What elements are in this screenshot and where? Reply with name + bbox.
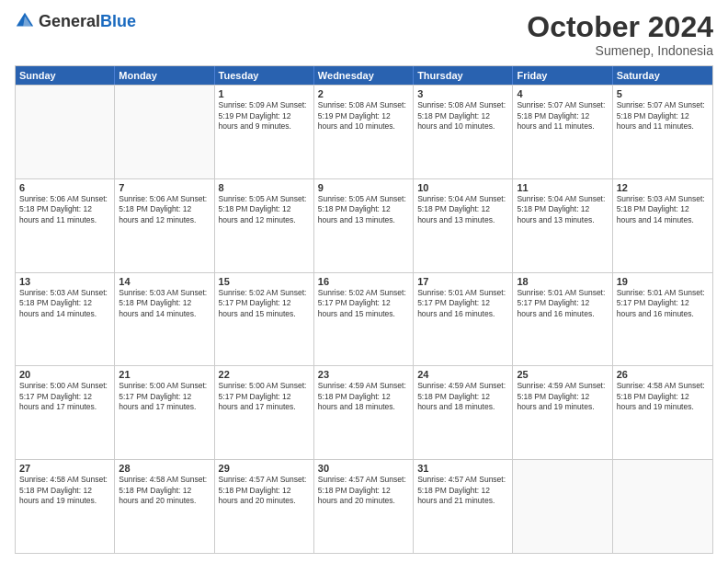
day-info: Sunrise: 4:58 AM Sunset: 5:18 PM Dayligh… bbox=[19, 475, 110, 506]
day-info: Sunrise: 4:59 AM Sunset: 5:18 PM Dayligh… bbox=[318, 381, 409, 412]
day-number: 10 bbox=[417, 182, 508, 193]
title-block: October 2024 Sumenep, Indonesia bbox=[527, 11, 713, 58]
calendar-cell: 9Sunrise: 5:05 AM Sunset: 5:18 PM Daylig… bbox=[314, 179, 414, 272]
calendar-cell: 19Sunrise: 5:01 AM Sunset: 5:17 PM Dayli… bbox=[613, 273, 712, 366]
calendar-cell: 12Sunrise: 5:03 AM Sunset: 5:18 PM Dayli… bbox=[613, 179, 712, 272]
day-info: Sunrise: 5:02 AM Sunset: 5:17 PM Dayligh… bbox=[318, 288, 409, 319]
calendar-cell: 26Sunrise: 4:58 AM Sunset: 5:18 PM Dayli… bbox=[613, 366, 712, 459]
calendar-cell: 4Sunrise: 5:07 AM Sunset: 5:18 PM Daylig… bbox=[513, 86, 612, 178]
day-number: 5 bbox=[617, 88, 709, 99]
calendar-cell: 3Sunrise: 5:08 AM Sunset: 5:18 PM Daylig… bbox=[414, 86, 513, 178]
header-cell-saturday: Saturday bbox=[613, 66, 712, 85]
day-number: 30 bbox=[318, 463, 409, 474]
logo: GeneralBlue bbox=[15, 11, 136, 31]
day-info: Sunrise: 4:58 AM Sunset: 5:18 PM Dayligh… bbox=[617, 381, 709, 412]
day-number: 26 bbox=[617, 369, 709, 380]
day-info: Sunrise: 4:57 AM Sunset: 5:18 PM Dayligh… bbox=[318, 475, 409, 506]
calendar-week-1: 6Sunrise: 5:06 AM Sunset: 5:18 PM Daylig… bbox=[16, 178, 712, 272]
calendar-cell: 25Sunrise: 4:59 AM Sunset: 5:18 PM Dayli… bbox=[513, 366, 612, 459]
header: GeneralBlue October 2024 Sumenep, Indone… bbox=[15, 11, 713, 58]
day-number: 14 bbox=[119, 276, 210, 287]
calendar-cell: 22Sunrise: 5:00 AM Sunset: 5:17 PM Dayli… bbox=[215, 366, 314, 459]
header-cell-monday: Monday bbox=[115, 66, 214, 85]
calendar-cell: 16Sunrise: 5:02 AM Sunset: 5:17 PM Dayli… bbox=[314, 273, 414, 366]
header-cell-wednesday: Wednesday bbox=[314, 66, 414, 85]
header-cell-friday: Friday bbox=[513, 66, 612, 85]
day-number: 20 bbox=[19, 369, 110, 380]
calendar-cell: 11Sunrise: 5:04 AM Sunset: 5:18 PM Dayli… bbox=[513, 179, 612, 272]
calendar-cell: 29Sunrise: 4:57 AM Sunset: 5:18 PM Dayli… bbox=[215, 460, 314, 553]
day-info: Sunrise: 5:04 AM Sunset: 5:18 PM Dayligh… bbox=[417, 194, 508, 225]
day-number: 22 bbox=[219, 369, 310, 380]
day-number: 28 bbox=[119, 463, 210, 474]
day-number: 12 bbox=[617, 182, 709, 193]
day-info: Sunrise: 4:59 AM Sunset: 5:18 PM Dayligh… bbox=[517, 381, 608, 412]
calendar-cell bbox=[115, 86, 214, 178]
day-info: Sunrise: 4:58 AM Sunset: 5:18 PM Dayligh… bbox=[119, 475, 210, 506]
day-info: Sunrise: 5:03 AM Sunset: 5:18 PM Dayligh… bbox=[19, 288, 110, 319]
day-info: Sunrise: 5:07 AM Sunset: 5:18 PM Dayligh… bbox=[517, 100, 608, 132]
day-number: 15 bbox=[219, 276, 310, 287]
day-number: 13 bbox=[19, 276, 110, 287]
day-number: 24 bbox=[417, 369, 508, 380]
day-info: Sunrise: 5:01 AM Sunset: 5:17 PM Dayligh… bbox=[517, 288, 608, 319]
calendar-week-4: 27Sunrise: 4:58 AM Sunset: 5:18 PM Dayli… bbox=[16, 459, 712, 553]
calendar-cell: 15Sunrise: 5:02 AM Sunset: 5:17 PM Dayli… bbox=[215, 273, 314, 366]
calendar-cell: 14Sunrise: 5:03 AM Sunset: 5:18 PM Dayli… bbox=[115, 273, 214, 366]
calendar-cell: 6Sunrise: 5:06 AM Sunset: 5:18 PM Daylig… bbox=[16, 179, 115, 272]
calendar-cell: 8Sunrise: 5:05 AM Sunset: 5:18 PM Daylig… bbox=[215, 179, 314, 272]
day-info: Sunrise: 5:02 AM Sunset: 5:17 PM Dayligh… bbox=[219, 288, 310, 319]
day-info: Sunrise: 5:08 AM Sunset: 5:19 PM Dayligh… bbox=[318, 100, 409, 132]
day-info: Sunrise: 5:06 AM Sunset: 5:18 PM Dayligh… bbox=[19, 194, 110, 225]
day-info: Sunrise: 5:07 AM Sunset: 5:18 PM Dayligh… bbox=[617, 100, 709, 132]
day-info: Sunrise: 5:01 AM Sunset: 5:17 PM Dayligh… bbox=[617, 288, 709, 319]
day-info: Sunrise: 5:09 AM Sunset: 5:19 PM Dayligh… bbox=[219, 100, 310, 132]
calendar-cell: 7Sunrise: 5:06 AM Sunset: 5:18 PM Daylig… bbox=[115, 179, 214, 272]
calendar-cell: 27Sunrise: 4:58 AM Sunset: 5:18 PM Dayli… bbox=[16, 460, 115, 553]
day-info: Sunrise: 5:00 AM Sunset: 5:17 PM Dayligh… bbox=[119, 381, 210, 412]
calendar-cell bbox=[513, 460, 612, 553]
day-number: 8 bbox=[219, 182, 310, 193]
day-number: 3 bbox=[417, 88, 508, 99]
day-info: Sunrise: 5:08 AM Sunset: 5:18 PM Dayligh… bbox=[417, 100, 508, 132]
logo-general: General bbox=[39, 12, 100, 30]
calendar-header-row: SundayMondayTuesdayWednesdayThursdayFrid… bbox=[16, 66, 712, 85]
day-number: 1 bbox=[219, 88, 310, 99]
calendar-cell bbox=[613, 460, 712, 553]
header-cell-sunday: Sunday bbox=[16, 66, 115, 85]
day-number: 2 bbox=[318, 88, 409, 99]
day-number: 27 bbox=[19, 463, 110, 474]
calendar-week-3: 20Sunrise: 5:00 AM Sunset: 5:17 PM Dayli… bbox=[16, 365, 712, 459]
day-number: 31 bbox=[417, 463, 508, 474]
calendar-cell: 18Sunrise: 5:01 AM Sunset: 5:17 PM Dayli… bbox=[513, 273, 612, 366]
header-cell-tuesday: Tuesday bbox=[215, 66, 314, 85]
logo-text: GeneralBlue bbox=[39, 12, 136, 31]
calendar-cell: 17Sunrise: 5:01 AM Sunset: 5:17 PM Dayli… bbox=[414, 273, 513, 366]
day-info: Sunrise: 5:03 AM Sunset: 5:18 PM Dayligh… bbox=[119, 288, 210, 319]
calendar-cell: 1Sunrise: 5:09 AM Sunset: 5:19 PM Daylig… bbox=[215, 86, 314, 178]
header-cell-thursday: Thursday bbox=[414, 66, 513, 85]
day-number: 25 bbox=[517, 369, 608, 380]
day-number: 6 bbox=[19, 182, 110, 193]
calendar-body: 1Sunrise: 5:09 AM Sunset: 5:19 PM Daylig… bbox=[16, 85, 712, 553]
day-info: Sunrise: 5:00 AM Sunset: 5:17 PM Dayligh… bbox=[19, 381, 110, 412]
day-number: 11 bbox=[517, 182, 608, 193]
day-info: Sunrise: 5:03 AM Sunset: 5:18 PM Dayligh… bbox=[617, 194, 709, 225]
day-info: Sunrise: 5:05 AM Sunset: 5:18 PM Dayligh… bbox=[219, 194, 310, 225]
calendar-week-2: 13Sunrise: 5:03 AM Sunset: 5:18 PM Dayli… bbox=[16, 272, 712, 366]
calendar-cell: 20Sunrise: 5:00 AM Sunset: 5:17 PM Dayli… bbox=[16, 366, 115, 459]
day-number: 18 bbox=[517, 276, 608, 287]
day-info: Sunrise: 5:04 AM Sunset: 5:18 PM Dayligh… bbox=[517, 194, 608, 225]
calendar-cell: 21Sunrise: 5:00 AM Sunset: 5:17 PM Dayli… bbox=[115, 366, 214, 459]
location: Sumenep, Indonesia bbox=[527, 43, 713, 58]
day-number: 19 bbox=[617, 276, 709, 287]
logo-blue: Blue bbox=[100, 12, 136, 30]
calendar-cell: 23Sunrise: 4:59 AM Sunset: 5:18 PM Dayli… bbox=[314, 366, 414, 459]
day-number: 16 bbox=[318, 276, 409, 287]
calendar-page: GeneralBlue October 2024 Sumenep, Indone… bbox=[0, 0, 728, 563]
day-number: 23 bbox=[318, 369, 409, 380]
day-info: Sunrise: 4:59 AM Sunset: 5:18 PM Dayligh… bbox=[417, 381, 508, 412]
month-year: October 2024 bbox=[527, 11, 713, 43]
day-number: 21 bbox=[119, 369, 210, 380]
logo-icon bbox=[15, 11, 35, 31]
